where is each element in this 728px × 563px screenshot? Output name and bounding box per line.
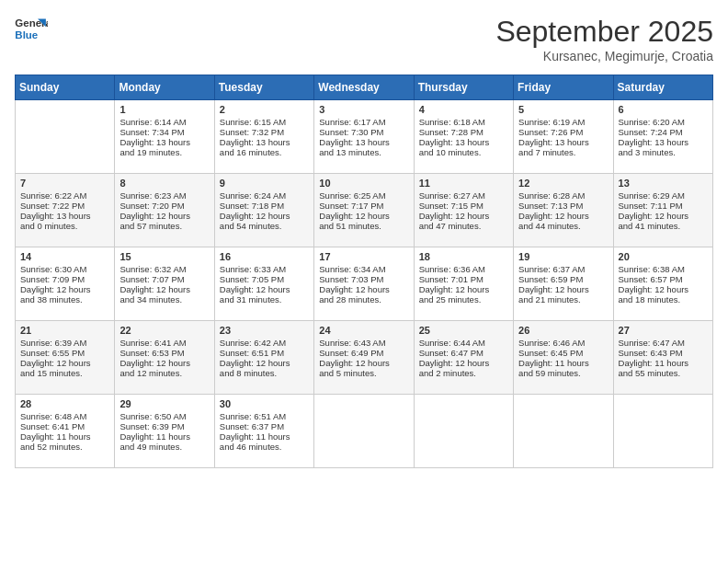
- day-info-line: Sunset: 6:41 PM: [20, 421, 109, 431]
- day-info-line: and 8 minutes.: [220, 368, 309, 378]
- day-info-line: and 7 minutes.: [518, 147, 608, 157]
- day-info-line: Sunrise: 6:48 AM: [20, 411, 109, 421]
- calendar-cell: 5Sunrise: 6:19 AMSunset: 7:26 PMDaylight…: [514, 100, 613, 174]
- day-info-line: Daylight: 13 hours: [220, 137, 309, 147]
- day-number: 15: [119, 251, 209, 262]
- logo: General Blue: [15, 15, 48, 42]
- day-info-line: Daylight: 12 hours: [619, 211, 708, 221]
- day-number: 29: [119, 398, 209, 409]
- calendar-cell: 24Sunrise: 6:43 AMSunset: 6:49 PMDayligh…: [314, 321, 414, 395]
- day-info-line: Sunset: 6:47 PM: [419, 348, 508, 358]
- day-info-line: and 16 minutes.: [220, 147, 309, 157]
- day-info-line: Daylight: 12 hours: [220, 358, 309, 368]
- day-info-line: Sunrise: 6:20 AM: [619, 117, 708, 127]
- day-info-line: Sunset: 7:24 PM: [619, 127, 708, 137]
- day-info-line: Sunset: 6:43 PM: [619, 348, 708, 358]
- calendar-cell: 17Sunrise: 6:34 AMSunset: 7:03 PMDayligh…: [314, 247, 414, 321]
- calendar-cell: 2Sunrise: 6:15 AMSunset: 7:32 PMDaylight…: [214, 100, 313, 174]
- day-info-line: and 51 minutes.: [319, 221, 408, 231]
- day-number: 22: [119, 325, 209, 336]
- day-number: 27: [619, 325, 708, 336]
- day-number: 4: [419, 104, 508, 115]
- logo-icon: General Blue: [15, 15, 48, 42]
- day-info-line: Sunrise: 6:34 AM: [319, 264, 408, 274]
- calendar-cell: 28Sunrise: 6:48 AMSunset: 6:41 PMDayligh…: [16, 395, 115, 468]
- day-info-line: Daylight: 12 hours: [419, 358, 508, 368]
- day-info-line: Sunset: 7:05 PM: [220, 274, 309, 284]
- day-info-line: Daylight: 13 hours: [319, 137, 408, 147]
- day-info-line: Sunrise: 6:50 AM: [119, 411, 209, 421]
- calendar-cell: 11Sunrise: 6:27 AMSunset: 7:15 PMDayligh…: [414, 174, 513, 247]
- col-header-saturday: Saturday: [613, 75, 712, 100]
- calendar-cell: [314, 395, 414, 468]
- day-info-line: Sunrise: 6:47 AM: [619, 338, 708, 348]
- day-info-line: Sunrise: 6:22 AM: [20, 190, 109, 201]
- calendar-cell: 3Sunrise: 6:17 AMSunset: 7:30 PMDaylight…: [314, 100, 414, 174]
- calendar-cell: 27Sunrise: 6:47 AMSunset: 6:43 PMDayligh…: [613, 321, 712, 395]
- day-number: 18: [419, 251, 508, 262]
- day-info-line: Sunrise: 6:30 AM: [20, 264, 109, 274]
- header-row: SundayMondayTuesdayWednesdayThursdayFrid…: [16, 75, 713, 100]
- day-info-line: Sunrise: 6:14 AM: [119, 117, 209, 127]
- day-info-line: Sunset: 7:34 PM: [119, 127, 209, 137]
- day-info-line: and 3 minutes.: [619, 147, 708, 157]
- day-number: 20: [619, 251, 708, 262]
- day-number: 26: [518, 325, 608, 336]
- day-info-line: and 54 minutes.: [220, 221, 309, 231]
- day-info-line: Daylight: 12 hours: [119, 284, 209, 294]
- day-info-line: Sunrise: 6:32 AM: [119, 264, 209, 274]
- day-number: 14: [20, 251, 109, 262]
- day-info-line: Daylight: 13 hours: [119, 137, 209, 147]
- day-info-line: and 21 minutes.: [518, 294, 608, 304]
- day-number: 21: [20, 325, 109, 336]
- day-number: 3: [319, 104, 408, 115]
- day-info-line: Sunrise: 6:44 AM: [419, 338, 508, 348]
- week-row-4: 21Sunrise: 6:39 AMSunset: 6:55 PMDayligh…: [16, 321, 713, 395]
- day-info-line: Daylight: 13 hours: [619, 137, 708, 147]
- day-info-line: Sunrise: 6:42 AM: [220, 338, 309, 348]
- day-number: 11: [419, 178, 508, 189]
- day-info-line: Sunset: 6:53 PM: [119, 348, 209, 358]
- calendar-cell: 15Sunrise: 6:32 AMSunset: 7:07 PMDayligh…: [115, 247, 214, 321]
- day-info-line: Sunset: 7:28 PM: [419, 127, 508, 137]
- day-number: 9: [220, 178, 309, 189]
- day-info-line: Sunset: 6:51 PM: [220, 348, 309, 358]
- day-info-line: Sunrise: 6:38 AM: [619, 264, 708, 274]
- day-info-line: Sunrise: 6:25 AM: [319, 190, 408, 201]
- day-info-line: Sunset: 7:22 PM: [20, 201, 109, 211]
- day-info-line: and 52 minutes.: [20, 442, 109, 452]
- calendar-cell: 19Sunrise: 6:37 AMSunset: 6:59 PMDayligh…: [514, 247, 613, 321]
- day-number: 28: [20, 398, 109, 409]
- day-info-line: and 49 minutes.: [119, 442, 209, 452]
- day-info-line: and 18 minutes.: [619, 294, 708, 304]
- day-info-line: and 47 minutes.: [419, 221, 508, 231]
- day-info-line: Sunset: 7:18 PM: [220, 201, 309, 211]
- calendar-cell: 18Sunrise: 6:36 AMSunset: 7:01 PMDayligh…: [414, 247, 513, 321]
- day-number: 19: [518, 251, 608, 262]
- day-number: 17: [319, 251, 408, 262]
- day-number: 8: [119, 178, 209, 189]
- calendar-cell: 8Sunrise: 6:23 AMSunset: 7:20 PMDaylight…: [115, 174, 214, 247]
- day-info-line: Sunset: 7:15 PM: [419, 201, 508, 211]
- day-info-line: Sunrise: 6:41 AM: [119, 338, 209, 348]
- day-info-line: and 12 minutes.: [119, 368, 209, 378]
- calendar-cell: 4Sunrise: 6:18 AMSunset: 7:28 PMDaylight…: [414, 100, 513, 174]
- day-info-line: Daylight: 12 hours: [20, 358, 109, 368]
- week-row-2: 7Sunrise: 6:22 AMSunset: 7:22 PMDaylight…: [16, 174, 713, 247]
- calendar-cell: 16Sunrise: 6:33 AMSunset: 7:05 PMDayligh…: [214, 247, 313, 321]
- calendar-cell: [613, 395, 712, 468]
- day-info-line: and 34 minutes.: [119, 294, 209, 304]
- day-info-line: Sunset: 6:39 PM: [119, 421, 209, 431]
- calendar-cell: 7Sunrise: 6:22 AMSunset: 7:22 PMDaylight…: [16, 174, 115, 247]
- calendar-cell: 21Sunrise: 6:39 AMSunset: 6:55 PMDayligh…: [16, 321, 115, 395]
- day-info-line: Sunrise: 6:27 AM: [419, 190, 508, 201]
- day-number: 12: [518, 178, 608, 189]
- day-info-line: Daylight: 13 hours: [518, 137, 608, 147]
- day-info-line: and 55 minutes.: [619, 368, 708, 378]
- day-number: 13: [619, 178, 708, 189]
- day-info-line: Sunrise: 6:51 AM: [220, 411, 309, 421]
- day-number: 30: [220, 398, 309, 409]
- day-number: 10: [319, 178, 408, 189]
- day-number: 24: [319, 325, 408, 336]
- day-number: 25: [419, 325, 508, 336]
